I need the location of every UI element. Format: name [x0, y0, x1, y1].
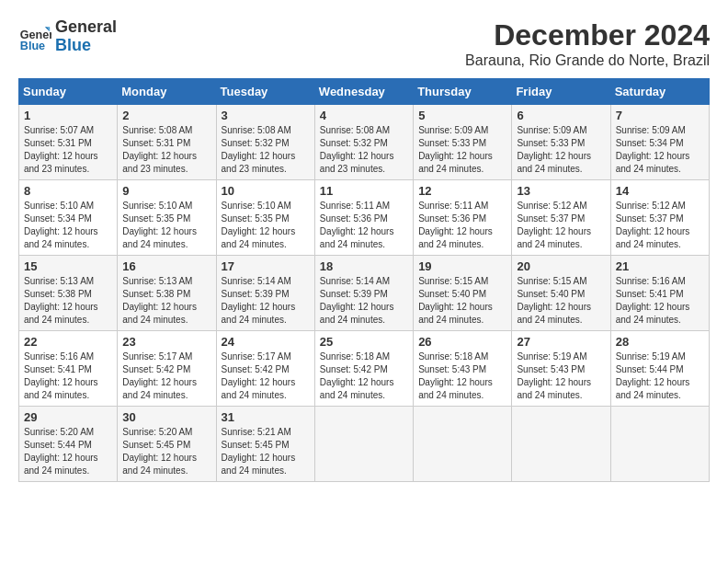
main-title: December 2024 [465, 18, 710, 52]
calendar-cell [512, 407, 610, 482]
day-number: 29 [24, 410, 112, 424]
subtitle: Barauna, Rio Grande do Norte, Brazil [465, 52, 710, 69]
day-info: Sunrise: 5:07 AMSunset: 5:31 PMDaylight:… [24, 125, 98, 174]
calendar-cell: 26 Sunrise: 5:18 AMSunset: 5:43 PMDaylig… [414, 331, 512, 407]
day-info: Sunrise: 5:18 AMSunset: 5:43 PMDaylight:… [418, 351, 493, 400]
header-thursday: Thursday [414, 79, 512, 105]
calendar-cell: 24 Sunrise: 5:17 AMSunset: 5:42 PMDaylig… [216, 331, 314, 407]
day-number: 22 [24, 335, 112, 349]
day-info: Sunrise: 5:11 AMSunset: 5:36 PMDaylight:… [320, 201, 394, 249]
calendar-cell: 1 Sunrise: 5:07 AMSunset: 5:31 PMDayligh… [19, 105, 118, 180]
day-number: 20 [517, 259, 605, 273]
day-info: Sunrise: 5:14 AMSunset: 5:39 PMDaylight:… [320, 276, 394, 325]
header-row: Sunday Monday Tuesday Wednesday Thursday… [19, 79, 710, 105]
day-info: Sunrise: 5:15 AMSunset: 5:40 PMDaylight:… [418, 276, 493, 325]
calendar-cell: 6 Sunrise: 5:09 AMSunset: 5:33 PMDayligh… [512, 105, 610, 180]
day-info: Sunrise: 5:18 AMSunset: 5:42 PMDaylight:… [320, 351, 394, 400]
calendar-cell: 15 Sunrise: 5:13 AMSunset: 5:38 PMDaylig… [19, 256, 118, 331]
day-number: 28 [616, 335, 704, 349]
logo: General Blue GeneralBlue [18, 18, 117, 55]
day-number: 14 [616, 184, 704, 198]
calendar-cell: 31 Sunrise: 5:21 AMSunset: 5:45 PMDaylig… [216, 407, 314, 482]
day-number: 24 [222, 335, 310, 349]
header-saturday: Saturday [610, 79, 709, 105]
calendar-cell [314, 407, 413, 482]
calendar-cell: 12 Sunrise: 5:11 AMSunset: 5:36 PMDaylig… [414, 180, 512, 256]
calendar-cell: 19 Sunrise: 5:15 AMSunset: 5:40 PMDaylig… [414, 256, 512, 331]
day-info: Sunrise: 5:08 AMSunset: 5:32 PMDaylight:… [222, 125, 296, 174]
day-info: Sunrise: 5:21 AMSunset: 5:45 PMDaylight:… [222, 427, 296, 476]
day-info: Sunrise: 5:12 AMSunset: 5:37 PMDaylight:… [616, 201, 690, 249]
week-row-1: 1 Sunrise: 5:07 AMSunset: 5:31 PMDayligh… [19, 105, 710, 180]
header-monday: Monday [118, 79, 216, 105]
day-number: 19 [418, 259, 506, 273]
calendar-cell: 10 Sunrise: 5:10 AMSunset: 5:35 PMDaylig… [216, 180, 314, 256]
day-info: Sunrise: 5:15 AMSunset: 5:40 PMDaylight:… [517, 276, 591, 325]
day-info: Sunrise: 5:14 AMSunset: 5:39 PMDaylight:… [222, 276, 296, 325]
calendar-cell: 8 Sunrise: 5:10 AMSunset: 5:34 PMDayligh… [19, 180, 118, 256]
calendar-cell: 13 Sunrise: 5:12 AMSunset: 5:37 PMDaylig… [512, 180, 610, 256]
day-info: Sunrise: 5:20 AMSunset: 5:44 PMDaylight:… [24, 427, 98, 476]
day-number: 12 [418, 184, 506, 198]
day-info: Sunrise: 5:17 AMSunset: 5:42 PMDaylight:… [122, 351, 197, 400]
day-number: 15 [24, 259, 112, 273]
day-number: 7 [616, 109, 704, 122]
header-sunday: Sunday [19, 79, 118, 105]
day-number: 11 [320, 184, 408, 198]
week-row-5: 29 Sunrise: 5:20 AMSunset: 5:44 PMDaylig… [19, 407, 710, 482]
svg-text:Blue: Blue [20, 40, 45, 52]
day-info: Sunrise: 5:09 AMSunset: 5:33 PMDaylight:… [418, 125, 493, 174]
day-info: Sunrise: 5:09 AMSunset: 5:34 PMDaylight:… [616, 125, 690, 174]
calendar-cell: 27 Sunrise: 5:19 AMSunset: 5:43 PMDaylig… [512, 331, 610, 407]
day-info: Sunrise: 5:12 AMSunset: 5:37 PMDaylight:… [517, 201, 591, 249]
day-info: Sunrise: 5:10 AMSunset: 5:35 PMDaylight:… [222, 201, 296, 249]
calendar-cell: 20 Sunrise: 5:15 AMSunset: 5:40 PMDaylig… [512, 256, 610, 331]
day-number: 5 [418, 109, 506, 122]
calendar-cell: 11 Sunrise: 5:11 AMSunset: 5:36 PMDaylig… [314, 180, 413, 256]
calendar-cell [414, 407, 512, 482]
calendar-cell: 2 Sunrise: 5:08 AMSunset: 5:31 PMDayligh… [118, 105, 216, 180]
calendar-cell: 29 Sunrise: 5:20 AMSunset: 5:44 PMDaylig… [19, 407, 118, 482]
title-section: December 2024 Barauna, Rio Grande do Nor… [465, 18, 710, 69]
day-info: Sunrise: 5:11 AMSunset: 5:36 PMDaylight:… [418, 201, 493, 249]
day-info: Sunrise: 5:08 AMSunset: 5:32 PMDaylight:… [320, 125, 394, 174]
day-number: 13 [517, 184, 605, 198]
calendar-cell: 18 Sunrise: 5:14 AMSunset: 5:39 PMDaylig… [314, 256, 413, 331]
day-number: 23 [122, 335, 210, 349]
calendar-cell: 17 Sunrise: 5:14 AMSunset: 5:39 PMDaylig… [216, 256, 314, 331]
day-number: 4 [320, 109, 408, 122]
header-friday: Friday [512, 79, 610, 105]
calendar-cell: 7 Sunrise: 5:09 AMSunset: 5:34 PMDayligh… [610, 105, 709, 180]
week-row-3: 15 Sunrise: 5:13 AMSunset: 5:38 PMDaylig… [19, 256, 710, 331]
calendar-cell [610, 407, 709, 482]
day-number: 16 [122, 259, 210, 273]
calendar-cell: 30 Sunrise: 5:20 AMSunset: 5:45 PMDaylig… [118, 407, 216, 482]
day-info: Sunrise: 5:08 AMSunset: 5:31 PMDaylight:… [122, 125, 197, 174]
day-number: 3 [222, 109, 310, 122]
day-info: Sunrise: 5:09 AMSunset: 5:33 PMDaylight:… [517, 125, 591, 174]
day-number: 8 [24, 184, 112, 198]
day-number: 21 [616, 259, 704, 273]
calendar-cell: 21 Sunrise: 5:16 AMSunset: 5:41 PMDaylig… [610, 256, 709, 331]
calendar-cell: 5 Sunrise: 5:09 AMSunset: 5:33 PMDayligh… [414, 105, 512, 180]
day-info: Sunrise: 5:19 AMSunset: 5:44 PMDaylight:… [616, 351, 690, 400]
day-info: Sunrise: 5:17 AMSunset: 5:42 PMDaylight:… [222, 351, 296, 400]
day-number: 2 [122, 109, 210, 122]
day-info: Sunrise: 5:19 AMSunset: 5:43 PMDaylight:… [517, 351, 591, 400]
logo-text: GeneralBlue [55, 18, 117, 55]
day-info: Sunrise: 5:13 AMSunset: 5:38 PMDaylight:… [24, 276, 98, 325]
day-info: Sunrise: 5:16 AMSunset: 5:41 PMDaylight:… [24, 351, 98, 400]
day-number: 1 [24, 109, 112, 122]
day-number: 27 [517, 335, 605, 349]
calendar-cell: 28 Sunrise: 5:19 AMSunset: 5:44 PMDaylig… [610, 331, 709, 407]
day-number: 17 [222, 259, 310, 273]
day-number: 31 [222, 410, 310, 424]
day-info: Sunrise: 5:13 AMSunset: 5:38 PMDaylight:… [122, 276, 197, 325]
day-number: 30 [122, 410, 210, 424]
calendar-cell: 3 Sunrise: 5:08 AMSunset: 5:32 PMDayligh… [216, 105, 314, 180]
day-info: Sunrise: 5:10 AMSunset: 5:34 PMDaylight:… [24, 201, 98, 249]
calendar-cell: 9 Sunrise: 5:10 AMSunset: 5:35 PMDayligh… [118, 180, 216, 256]
day-number: 26 [418, 335, 506, 349]
calendar-cell: 25 Sunrise: 5:18 AMSunset: 5:42 PMDaylig… [314, 331, 413, 407]
day-number: 6 [517, 109, 605, 122]
